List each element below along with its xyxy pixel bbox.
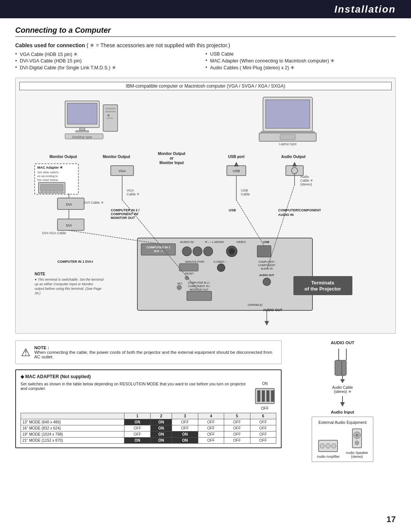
svg-text:of the Projector: of the Projector (304, 286, 341, 292)
section-title: Connecting to a Computer (15, 26, 396, 37)
svg-text:AUDIO OUT: AUDIO OUT (259, 274, 274, 276)
svg-point-71 (182, 247, 191, 256)
svg-rect-12 (266, 100, 310, 128)
svg-marker-115 (264, 321, 269, 326)
mac-table-cell: OFF (124, 431, 150, 438)
mac-table-cell: OFF (250, 419, 276, 425)
audio-out-label: AUDIO OUT (331, 340, 354, 345)
svg-text:MCI: MCI (177, 282, 182, 285)
svg-point-80 (217, 264, 225, 272)
svg-text:RESET: RESET (185, 272, 194, 275)
svg-text:Audio: Audio (300, 175, 309, 179)
svg-text:COMPONENT IN /: COMPONENT IN / (188, 285, 210, 288)
cables-left-col: VGA Cable (HDB 15 pin) ✳ DVI-VGA Cable (… (15, 51, 206, 72)
svg-rect-118 (257, 390, 260, 402)
svg-text:MONITOR OUT: MONITOR OUT (111, 216, 135, 220)
svg-text:or: or (170, 156, 174, 160)
cables-list: VGA Cable (HDB 15 pin) ✳ DVI-VGA Cable (… (15, 51, 396, 72)
bottom-left: ⚠ NOTE : When connecting the cable, the … (15, 340, 282, 448)
svg-text:es according to: es according to (37, 174, 58, 178)
audio-amplifier-label: Audio Amplifier (317, 455, 339, 459)
svg-text:● This terminal is switchable.: ● This terminal is switchable. Set the t… (35, 278, 104, 281)
svg-point-73 (204, 247, 213, 256)
page-content: Connecting to a Computer Cables used for… (0, 18, 411, 477)
mac-table-cell: ON (172, 438, 198, 444)
warning-icon: ⚠ (21, 346, 30, 359)
svg-text:Set slide switch-: Set slide switch- (37, 171, 59, 174)
svg-point-72 (193, 247, 202, 256)
main-diagram-area: IBM-compatible computer or Macintosh com… (15, 78, 396, 334)
svg-rect-2 (80, 128, 85, 131)
mac-table-header-5: 5 (224, 413, 250, 419)
mac-table-cell: OFF (172, 425, 198, 431)
svg-text:VIDEO: VIDEO (236, 240, 246, 244)
mac-adapter-description: Set switches as shown in the table below… (21, 382, 246, 391)
svg-text:Monitor Output: Monitor Output (158, 152, 186, 156)
svg-text:VGA: VGA (127, 189, 134, 192)
svg-text:(stereo): (stereo) (300, 182, 312, 186)
cable-item: DVI-VGA Cable (HDB 15 pin) (15, 58, 206, 64)
svg-text:NOTE: NOTE (35, 272, 45, 276)
svg-text:Terminals: Terminals (311, 280, 334, 286)
svg-marker-127 (340, 379, 345, 383)
ext-audio-label: External Audio Equipment (317, 420, 368, 425)
svg-text:DVI: DVI (66, 224, 72, 227)
bottom-right: AUDIO OUT Audio Cable(stereo) ✳ Audio In… (289, 340, 396, 462)
svg-text:USB: USB (241, 189, 248, 192)
svg-text:Laptop type: Laptop type (279, 142, 296, 146)
mac-table-header-1: 1 (124, 413, 150, 419)
mac-table-cell: OFF (224, 431, 250, 438)
svg-text:Cable ✳: Cable ✳ (300, 179, 313, 182)
mac-table-header-3: 3 (172, 413, 198, 419)
svg-text:USB: USB (233, 169, 240, 173)
connection-diagram-svg: Desktop type Laptop type Monitor Output … (19, 93, 392, 329)
svg-text:Audio Output: Audio Output (281, 155, 306, 159)
mac-table-cell: OFF (198, 431, 224, 438)
svg-line-95 (69, 230, 158, 244)
svg-text:DVI: DVI (66, 203, 72, 206)
svg-point-7 (107, 114, 110, 117)
svg-text:USB: USB (229, 208, 236, 212)
svg-text:USB port: USB port (228, 155, 245, 159)
svg-text:39.): 39.) (35, 291, 41, 295)
cable-item: USB Cable (206, 51, 396, 57)
ext-audio-box: External Audio Equipment Audio Amplifier (312, 417, 373, 462)
mac-table-cell: OFF (224, 438, 250, 444)
cable-item: MAC Adapter (When connecting to Macintos… (206, 58, 396, 64)
mac-table-header-2: 2 (150, 413, 172, 419)
mac-table-cell: ON (150, 431, 172, 438)
svg-text:VGA: VGA (118, 169, 126, 173)
svg-rect-93 (187, 291, 212, 300)
svg-rect-8 (106, 118, 113, 119)
svg-rect-121 (271, 390, 274, 402)
svg-text:up as either Computer input or: up as either Computer input or Monitor (35, 282, 94, 286)
svg-rect-5 (105, 108, 116, 109)
mac-table-header-6: 6 (250, 413, 276, 419)
mac-table-cell: OFF (224, 425, 250, 431)
mac-table-cell: ON (150, 425, 172, 431)
note-warning-body: When connecting the cable, the power cor… (34, 350, 272, 359)
mac-table-cell: ON (172, 431, 198, 438)
svg-text:MAC Adapter ✳: MAC Adapter ✳ (37, 166, 63, 169)
svg-rect-76 (257, 246, 271, 257)
svg-text:Monitor Output: Monitor Output (103, 155, 131, 159)
mac-adapter-title: ◆ MAC ADAPTER (Not supplied) (21, 374, 276, 379)
mac-table-cell: OFF (124, 425, 150, 431)
svg-text:COMPUTER IN 2 /: COMPUTER IN 2 / (188, 281, 210, 284)
svg-rect-119 (262, 390, 265, 402)
audio-input-label: Audio Input (331, 410, 354, 414)
svg-text:AUDIO IN: AUDIO IN (278, 213, 294, 217)
mac-adapter-box: ◆ MAC ADAPTER (Not supplied) Set switche… (15, 369, 282, 448)
down-arrow-svg (337, 396, 348, 407)
svg-point-89 (177, 285, 182, 290)
cables-heading-note: ( ✳ = These accessories are not supplied… (86, 42, 230, 48)
audio-cable-label: Audio Cable(stereo) ✳ (332, 385, 353, 394)
svg-text:DVI-VGA Cable: DVI-VGA Cable (42, 231, 66, 235)
switch-svg (253, 387, 276, 406)
svg-marker-59 (292, 162, 297, 166)
on-label: ON (262, 382, 268, 386)
svg-point-57 (292, 168, 298, 174)
cable-item: VGA Cable (HDB 15 pin) ✳ (15, 51, 206, 57)
svg-rect-78 (179, 264, 198, 271)
mac-table-mode: 16" MODE (832 x 624) (21, 425, 124, 431)
